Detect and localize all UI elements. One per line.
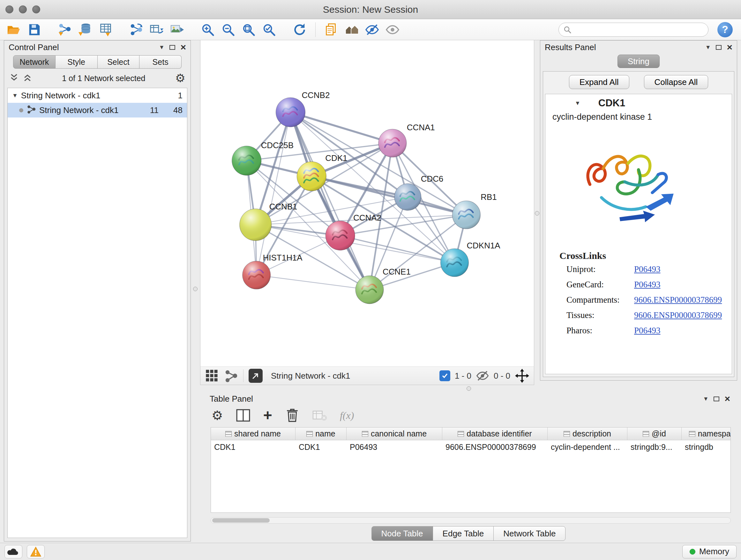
column-header-@id[interactable]: @id [627, 428, 682, 440]
copy-document-button[interactable] [323, 21, 340, 38]
zoom-in-button[interactable] [199, 21, 216, 38]
search-input[interactable] [575, 25, 704, 34]
edge-HIST1H1A-CCNE1[interactable] [257, 275, 369, 290]
table-hscrollbar[interactable] [211, 517, 731, 523]
edge-CCNB2-CCNA1[interactable] [290, 112, 392, 143]
zoom-selected-button[interactable] [260, 21, 278, 38]
column-header-database-identifier[interactable]: database identifier [442, 428, 548, 440]
import-network-database-button[interactable] [77, 21, 94, 38]
panel-menu-icon[interactable]: ▼ [703, 395, 709, 402]
add-column-button[interactable]: + [263, 408, 272, 423]
table-cell[interactable]: 9606.ENSP00000378699 [442, 440, 548, 454]
cloud-status-button[interactable] [4, 545, 22, 558]
float-panel-icon[interactable] [170, 45, 175, 50]
right-splitter-handle[interactable] [535, 211, 539, 215]
show-columns-button[interactable] [236, 408, 251, 423]
hscroll-thumb[interactable] [212, 518, 270, 523]
search-box[interactable] [558, 23, 709, 37]
string-view-button[interactable] [224, 369, 238, 383]
node-CDKN1A[interactable]: CDKN1A [441, 241, 501, 277]
function-builder-button[interactable]: f(x) [340, 410, 354, 422]
zoom-out-button[interactable] [219, 21, 237, 38]
node-CCNE1[interactable]: CCNE1 [355, 267, 411, 304]
table-cell[interactable]: P06493 [347, 440, 442, 454]
pan-mode-button[interactable] [515, 368, 529, 383]
node-HIST1H1A[interactable]: HIST1H1A [243, 253, 303, 289]
column-header-name[interactable]: name [295, 428, 347, 440]
float-panel-icon[interactable] [716, 45, 722, 50]
tab-network[interactable]: Network [13, 55, 56, 69]
expand-all-button[interactable]: Expand All [569, 75, 629, 89]
save-session-button[interactable] [25, 21, 43, 38]
tab-style[interactable]: Style [56, 55, 98, 69]
open-in-browser-button[interactable] [249, 369, 263, 383]
table-cell[interactable]: cyclin-dependent ... [548, 440, 627, 454]
new-network-button[interactable] [128, 21, 145, 38]
delete-table-button[interactable] [313, 408, 327, 423]
node-CDK1[interactable]: CDK1 [297, 153, 347, 191]
bottom-splitter-handle[interactable] [467, 386, 471, 391]
import-table-button[interactable] [97, 21, 114, 38]
home-networks-button[interactable] [343, 21, 360, 38]
tab-network-table[interactable]: Network Table [493, 526, 565, 541]
node-CCNB1[interactable]: CCNB1 [240, 202, 297, 241]
close-panel-icon[interactable]: × [727, 43, 732, 52]
table-options-gear-icon[interactable]: ⚙ [212, 409, 223, 422]
crosslink-link[interactable]: 9606.ENSP00000378699 [634, 295, 722, 305]
column-header-description[interactable]: description [548, 428, 627, 440]
export-image-button[interactable] [169, 21, 186, 38]
table-cell[interactable]: stringdb [682, 440, 731, 454]
network-collection-row[interactable]: ▼ String Network - cdk1 1 [8, 88, 187, 103]
table-row[interactable]: CDK1CDK1P064939606.ENSP00000378699cyclin… [211, 440, 731, 454]
crosslink-link[interactable]: P06493 [634, 326, 661, 335]
float-panel-icon[interactable] [714, 396, 719, 401]
edge-CCNB2-CCNE1[interactable] [290, 112, 369, 290]
clone-network-button[interactable] [148, 21, 165, 38]
tab-edge-table[interactable]: Edge Table [433, 526, 494, 541]
tab-node-table[interactable]: Node Table [372, 526, 433, 541]
tab-string[interactable]: String [617, 55, 660, 68]
network-canvas[interactable]: CCNB2CCNA1CDC25BCDK1CDC6RB1CCNB1CCNA2CDK… [200, 40, 534, 367]
node-RB1[interactable]: RB1 [452, 192, 496, 229]
table-cell[interactable]: CDK1 [211, 440, 295, 454]
column-header-shared-name[interactable]: shared name [211, 428, 295, 440]
network-options-gear-icon[interactable]: ⚙ [175, 72, 185, 84]
collapse-all-button[interactable]: Collapse All [644, 75, 709, 89]
selected-items-icon[interactable] [440, 370, 450, 381]
node-CCNA1[interactable]: CCNA1 [379, 123, 435, 157]
help-button[interactable]: ? [718, 22, 733, 37]
table-cell[interactable]: stringdb:9... [627, 440, 682, 454]
warnings-button[interactable] [27, 545, 45, 558]
crosslink-link[interactable]: 9606.ENSP00000378699 [634, 310, 722, 320]
expand-all-networks-icon[interactable] [9, 73, 19, 84]
zoom-fit-button[interactable] [240, 21, 257, 38]
panel-menu-icon[interactable]: ▼ [159, 44, 165, 51]
network-row[interactable]: String Network - cdk1 11 48 [8, 103, 187, 118]
network-graph[interactable]: CCNB2CCNA1CDC25BCDK1CDC6RB1CCNB1CCNA2CDK… [200, 40, 534, 367]
edge-CCNB2-HIST1H1A[interactable] [257, 112, 291, 275]
column-header-namespac[interactable]: namespac [682, 428, 731, 440]
crosslink-link[interactable]: P06493 [634, 280, 661, 290]
collapse-gene-icon[interactable]: ▼ [575, 100, 581, 107]
refresh-button[interactable] [291, 21, 308, 38]
close-panel-icon[interactable]: × [724, 394, 730, 403]
show-all-button[interactable] [384, 21, 401, 38]
column-header-label: @id [652, 429, 666, 438]
birdseye-toggle-button[interactable] [205, 369, 219, 383]
crosslink-link[interactable]: P06493 [634, 264, 661, 274]
column-header-canonical-name[interactable]: canonical name [347, 428, 442, 440]
hidden-items-icon[interactable] [476, 369, 489, 382]
tab-select[interactable]: Select [98, 55, 140, 69]
open-session-button[interactable] [5, 21, 22, 38]
hide-selected-button[interactable] [363, 21, 381, 38]
memory-button[interactable]: Memory [682, 545, 737, 558]
close-panel-icon[interactable]: × [180, 43, 186, 52]
collapse-all-networks-icon[interactable] [23, 73, 32, 84]
import-network-file-button[interactable] [56, 21, 73, 38]
delete-column-button[interactable] [285, 408, 300, 423]
tab-sets[interactable]: Sets [139, 55, 182, 69]
left-splitter-handle[interactable] [193, 287, 198, 291]
panel-menu-icon[interactable]: ▼ [705, 44, 711, 51]
collection-expand-icon[interactable]: ▼ [12, 92, 18, 99]
table-cell[interactable]: CDK1 [295, 440, 347, 454]
